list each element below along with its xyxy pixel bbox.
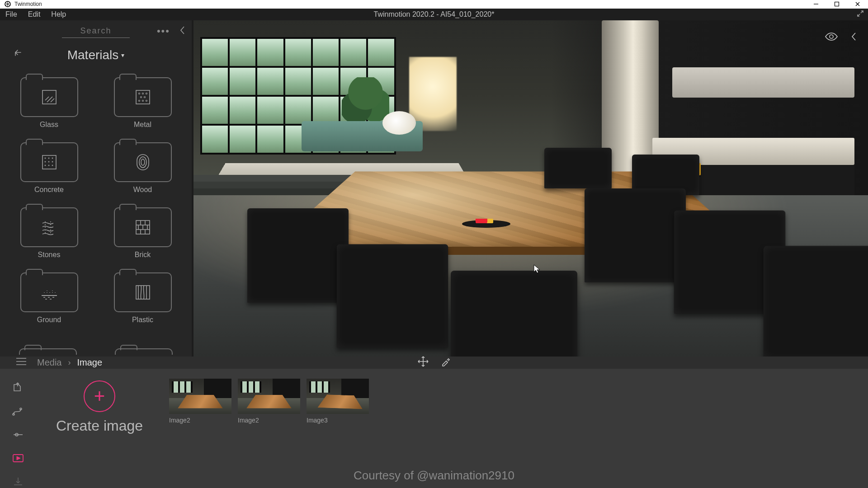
collapse-right-panel-icon[interactable] <box>851 32 857 43</box>
document-title: Twinmotion 2020.2 - AI54_010_2020* <box>374 10 495 19</box>
library-header: Materials ▾ <box>0 42 192 68</box>
material-label: Wood <box>133 186 152 194</box>
eyedropper-tool-icon[interactable] <box>441 357 451 368</box>
folder-icon <box>114 77 172 117</box>
viewport-render <box>193 20 868 357</box>
create-image-button[interactable]: + Create image <box>36 379 163 434</box>
material-label: Metal <box>134 121 151 129</box>
breadcrumb: Media › Image <box>37 357 102 368</box>
close-button[interactable] <box>847 0 868 9</box>
library-more-icon[interactable]: ••• <box>157 25 170 37</box>
media-thumb-label: Image2 <box>238 417 300 424</box>
folder-icon <box>114 142 172 182</box>
dock-settings-slider-icon[interactable] <box>12 428 24 441</box>
material-folder-metal[interactable]: Metal <box>111 77 175 129</box>
bottom-toolbar: Media › Image <box>0 357 868 369</box>
concrete-icon <box>38 151 61 174</box>
material-label: Glass <box>40 121 58 129</box>
media-thumb[interactable]: Image2 <box>169 379 231 424</box>
main-area: ••• Materials ▾ Glass <box>0 20 868 357</box>
move-tool-icon[interactable] <box>417 356 429 369</box>
material-folder-stones[interactable]: Stones <box>18 207 81 259</box>
brick-icon <box>132 216 154 239</box>
svg-point-18 <box>52 161 53 162</box>
plus-circle-icon: + <box>84 380 115 412</box>
glass-icon <box>38 86 61 108</box>
svg-point-4 <box>138 93 140 94</box>
collapse-library-icon[interactable] <box>179 26 186 37</box>
material-label: Stones <box>38 251 61 259</box>
svg-rect-2 <box>42 90 56 104</box>
chevron-down-icon: ▾ <box>121 52 124 59</box>
svg-point-6 <box>146 93 147 94</box>
library-up-icon[interactable] <box>13 48 24 62</box>
material-folder-glass[interactable]: Glass <box>18 77 81 129</box>
material-label: Ground <box>37 316 61 324</box>
svg-point-13 <box>45 158 46 159</box>
library-search-input[interactable] <box>62 24 130 38</box>
window-titlebar: Twinmotion <box>0 0 868 9</box>
material-folder-plastic[interactable]: Plastic <box>111 272 175 324</box>
library-category-dropdown[interactable]: Materials ▾ <box>67 48 125 62</box>
app-logo-icon <box>4 0 12 8</box>
material-folder-ground[interactable]: Ground <box>18 272 81 324</box>
media-dock: + Create image Image2 Image2 Image3 Cour… <box>0 369 868 488</box>
breadcrumb-root[interactable]: Media <box>37 357 61 368</box>
visibility-eye-icon[interactable] <box>825 32 838 43</box>
maximize-button[interactable] <box>826 0 847 9</box>
library-overflow-hint <box>0 348 192 357</box>
svg-point-19 <box>45 165 46 166</box>
svg-point-21 <box>52 165 53 166</box>
media-thumb[interactable]: Image2 <box>238 379 300 424</box>
dock-path-icon[interactable] <box>12 405 24 418</box>
svg-point-8 <box>144 96 145 98</box>
window-title: Twinmotion <box>14 1 42 7</box>
folder-icon <box>20 207 78 247</box>
material-folder-wood[interactable]: Wood <box>111 142 175 194</box>
folder-icon <box>20 272 78 312</box>
menu-edit[interactable]: Edit <box>23 9 46 20</box>
material-folder-brick[interactable]: Brick <box>111 207 175 259</box>
svg-rect-3 <box>136 90 150 104</box>
media-thumb-label: Image2 <box>169 417 231 424</box>
media-thumb[interactable]: Image3 <box>307 379 369 424</box>
stones-icon <box>38 216 61 239</box>
courtesy-credit: Courtesy of @wanimation2910 <box>354 469 514 483</box>
library-topbar: ••• <box>0 20 192 42</box>
svg-point-11 <box>146 100 147 101</box>
svg-point-24 <box>141 159 145 165</box>
library-category-label: Materials <box>67 48 119 62</box>
svg-point-23 <box>139 157 146 168</box>
wood-icon <box>132 151 154 174</box>
dock-export-icon[interactable] <box>12 475 24 488</box>
menu-file[interactable]: File <box>0 9 23 20</box>
metal-icon <box>132 86 154 108</box>
folder-icon <box>20 142 78 182</box>
folder-icon <box>114 207 172 247</box>
create-image-label: Create image <box>56 418 143 434</box>
minimize-button[interactable] <box>806 0 826 9</box>
material-label: Concrete <box>34 186 64 194</box>
svg-point-10 <box>142 100 143 101</box>
library-grid: Glass Metal <box>0 68 192 348</box>
expand-panel-icon[interactable] <box>856 9 864 19</box>
viewport[interactable] <box>193 20 868 357</box>
dock-menu-icon[interactable] <box>15 357 27 368</box>
dock-media-icon[interactable] <box>12 452 24 465</box>
dock-import-icon[interactable] <box>12 381 24 394</box>
svg-point-27 <box>830 35 833 38</box>
material-label: Plastic <box>132 316 153 324</box>
folder-icon <box>114 272 172 312</box>
ground-icon <box>38 281 61 304</box>
svg-rect-1 <box>835 2 839 6</box>
menu-help[interactable]: Help <box>46 9 71 20</box>
svg-point-14 <box>48 158 49 159</box>
plastic-icon <box>132 281 154 304</box>
svg-point-16 <box>45 161 46 162</box>
menu-bar: File Edit Help Twinmotion 2020.2 - AI54_… <box>0 9 868 20</box>
svg-point-5 <box>142 93 143 94</box>
material-folder-concrete[interactable]: Concrete <box>18 142 81 194</box>
svg-point-15 <box>52 158 53 159</box>
material-label: Brick <box>135 251 151 259</box>
dock-mode-sidebar <box>0 369 36 488</box>
